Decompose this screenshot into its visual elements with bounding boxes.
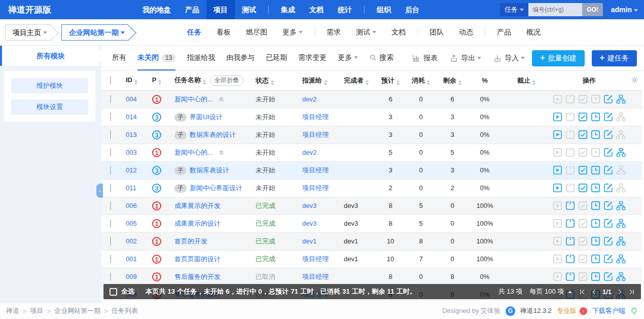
import-tool[interactable]: 导入	[493, 54, 525, 63]
filter-tab[interactable]: 已延期	[266, 46, 287, 70]
assignee-link[interactable]: dev3	[302, 202, 316, 209]
column-header-assignee[interactable]: 指派给	[293, 71, 337, 90]
assignee-link[interactable]: dev3	[302, 220, 316, 227]
top-nav-item[interactable]: 统计	[331, 0, 359, 19]
breadcrumb-home[interactable]: 项目主页	[5, 24, 50, 41]
go-button[interactable]: GO!	[582, 3, 603, 16]
sidebar-collapse-handle[interactable]: ‹	[96, 184, 103, 198]
close-task-icon[interactable]	[565, 201, 575, 210]
assignee-link[interactable]: dev1	[302, 237, 316, 245]
create-task-button[interactable]: +建任务	[592, 50, 637, 66]
tab[interactable]: 任务	[187, 28, 201, 37]
assignee-link[interactable]: 项目经理	[302, 113, 329, 121]
tab[interactable]: 动态	[459, 28, 473, 37]
filter-tab[interactable]: 需求变更	[298, 46, 327, 70]
record-effort-icon[interactable]	[591, 112, 600, 122]
export-tool[interactable]: 导出	[450, 54, 481, 63]
row-checkbox[interactable]	[110, 166, 111, 174]
top-nav-item[interactable]: 组织	[370, 0, 398, 19]
top-nav-item[interactable]: 测试	[235, 0, 263, 19]
tab[interactable]: 团队	[430, 28, 444, 37]
column-header-consumed[interactable]: 消耗	[406, 71, 436, 90]
column-header-remaining[interactable]: 剩余	[436, 71, 469, 90]
sort-icon[interactable]	[366, 80, 369, 85]
record-effort-icon[interactable]	[591, 236, 600, 246]
sort-icon[interactable]	[203, 80, 206, 85]
close-task-icon[interactable]	[565, 219, 575, 228]
edit-task-icon[interactable]	[603, 112, 613, 122]
task-id-link[interactable]: 005	[126, 220, 137, 227]
filter-tab[interactable]: 所有	[112, 46, 126, 70]
row-checkbox[interactable]	[110, 148, 111, 157]
edit-task-icon[interactable]	[603, 254, 613, 264]
record-effort-icon[interactable]	[591, 272, 600, 281]
top-nav-item[interactable]: 产品	[178, 0, 206, 19]
collapse-all-button[interactable]: 全部折叠	[210, 75, 243, 86]
split-task-icon[interactable]	[616, 94, 626, 104]
edit-task-icon[interactable]	[603, 236, 613, 246]
sort-icon[interactable]	[458, 80, 461, 85]
sidebar-module-button[interactable]: 模块设置	[11, 99, 88, 115]
sidebar-module-button[interactable]: 维护模块	[11, 78, 88, 93]
task-name-link[interactable]: 数据库表的设计	[190, 131, 236, 138]
tab[interactable]: 更多	[282, 28, 303, 37]
task-name-link[interactable]: 成果展示的开发	[174, 202, 221, 209]
filter-tab[interactable]: 未关闭13	[137, 46, 175, 70]
select-all-checkbox[interactable]	[110, 76, 111, 85]
tab[interactable]: 看板	[217, 28, 231, 37]
pager-prev-icon[interactable]	[591, 289, 597, 295]
task-name-link[interactable]: 成果展示的设计	[174, 220, 221, 227]
select-all-label[interactable]: 全选	[121, 287, 134, 296]
edit-task-icon[interactable]	[603, 165, 613, 175]
tab[interactable]: 燃尽图	[246, 28, 267, 37]
row-checkbox[interactable]	[110, 184, 111, 192]
task-name-link[interactable]: 新闻中心界面设计	[190, 184, 242, 192]
column-header-percent[interactable]: %	[469, 71, 501, 90]
top-nav-item[interactable]: 我的地盘	[135, 0, 178, 19]
sort-icon[interactable]	[427, 80, 430, 85]
edition-link[interactable]: 专业版	[557, 306, 577, 315]
sort-icon[interactable]	[134, 80, 137, 85]
task-id-link[interactable]: 003	[126, 149, 137, 156]
filter-tab[interactable]: 指派给我	[187, 46, 215, 70]
column-header-deadline[interactable]: 截止	[501, 71, 552, 90]
finish-task-icon[interactable]	[578, 183, 588, 193]
chart-tool[interactable]: 报表	[412, 54, 438, 63]
record-effort-icon[interactable]	[591, 130, 600, 139]
split-task-icon[interactable]	[616, 272, 626, 281]
task-name-link[interactable]: 新闻中心的...	[174, 95, 213, 103]
record-effort-icon[interactable]	[591, 183, 600, 193]
sidebar-item-all-modules[interactable]: 所有模块	[0, 46, 99, 66]
split-task-icon[interactable]	[616, 219, 626, 228]
task-id-link[interactable]: 011	[126, 184, 136, 192]
tab[interactable]: 产品	[497, 28, 511, 37]
close-task-icon[interactable]	[565, 272, 575, 281]
task-id-link[interactable]: 012	[126, 166, 137, 174]
task-id-link[interactable]: 002	[126, 237, 137, 245]
edit-task-icon[interactable]	[603, 201, 613, 210]
split-task-icon[interactable]	[616, 254, 626, 264]
column-header-p[interactable]: P	[145, 71, 168, 90]
split-task-icon[interactable]	[616, 148, 626, 157]
user-menu[interactable]: admin	[611, 6, 638, 14]
finish-task-icon[interactable]	[578, 165, 588, 175]
top-nav-item[interactable]: 后台	[398, 0, 426, 19]
pager-next-icon[interactable]	[617, 289, 623, 295]
breadcrumb-project[interactable]: 企业网站第一期	[61, 24, 128, 41]
assignee-link[interactable]: dev2	[302, 95, 316, 103]
record-effort-icon[interactable]	[591, 254, 600, 264]
column-header-status[interactable]: 状态	[249, 71, 293, 90]
sort-icon[interactable]	[271, 80, 274, 85]
footer-breadcrumb-item[interactable]: 企业网站第一期	[54, 306, 100, 315]
collapse-children-icon[interactable]	[218, 96, 225, 102]
goto-module-select[interactable]: 任务	[500, 3, 528, 16]
column-header-id[interactable]: ID	[120, 71, 145, 90]
row-checkbox[interactable]	[110, 130, 111, 139]
top-nav-item[interactable]: 项目	[206, 0, 235, 19]
lightbulb-icon[interactable]	[630, 307, 638, 315]
task-id-link[interactable]: 014	[126, 113, 137, 121]
top-nav-item[interactable]: 集成	[274, 0, 302, 19]
select-all-checkbox[interactable]	[110, 288, 117, 296]
sort-icon[interactable]	[397, 80, 400, 85]
row-checkbox[interactable]	[110, 219, 111, 228]
